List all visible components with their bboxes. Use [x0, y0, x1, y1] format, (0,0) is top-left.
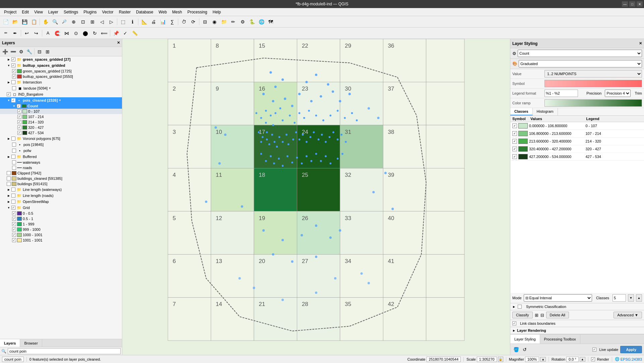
classify-row-4[interactable]: ✓ 320.400000 - 427.200000 320 - 427 [510, 145, 644, 153]
save-project-button[interactable]: 💾 [20, 17, 29, 26]
menu-project[interactable]: Project [1, 9, 19, 15]
list-item[interactable]: • pois [19845] [0, 142, 122, 148]
tab-histogram[interactable]: Histogram [533, 108, 558, 115]
classify-row-3[interactable]: ✓ 213.600000 - 320.400000 214 - 320 [510, 138, 644, 145]
add-layer-btn[interactable]: ➕ [1, 48, 9, 55]
list-item[interactable]: ▼ Count [0, 103, 122, 109]
menu-plugins[interactable]: Plugins [81, 9, 99, 15]
list-item[interactable]: ▶ 📁 OpenStreetMap [0, 199, 122, 205]
layer-checkbox[interactable] [12, 149, 16, 153]
list-item[interactable]: ▶ 📁 Voronoi polygons [675] [0, 136, 122, 142]
list-item[interactable]: waterways [0, 160, 122, 165]
browser-panel-button[interactable]: 📁 [219, 17, 228, 26]
menu-layer[interactable]: Layer [46, 9, 61, 15]
layer-checkbox[interactable] [12, 160, 16, 164]
menu-settings[interactable]: Settings [61, 9, 81, 15]
layer-checkbox[interactable] [12, 69, 16, 73]
menu-database[interactable]: Database [133, 9, 156, 15]
layer-checkbox[interactable] [11, 200, 15, 204]
list-item[interactable]: ▼ 📁 Grid [0, 205, 122, 211]
list-item[interactable]: 1 - 999 [0, 221, 122, 227]
tab-browser[interactable]: Browser [20, 339, 42, 347]
identify-button[interactable]: ℹ [128, 17, 137, 26]
list-item[interactable]: 320 - 427 [0, 125, 122, 130]
refresh-button[interactable]: ⟳ [189, 17, 198, 26]
row-checkbox-3[interactable]: ✓ [512, 139, 517, 144]
layer-checkbox[interactable] [12, 143, 16, 147]
zoom-next-button[interactable]: ▷ [107, 17, 116, 26]
list-item[interactable]: 427 - 534 [0, 130, 122, 136]
layer-checkbox[interactable] [11, 137, 15, 141]
magnifier-up-btn[interactable]: ▲ [540, 357, 546, 362]
list-item[interactable]: green_spaces_gridded [1725] [0, 68, 122, 74]
scale-lock-btn[interactable]: 🔒 [498, 357, 503, 362]
atlas-button[interactable]: 📊 [158, 17, 167, 26]
menu-processing[interactable]: Processing [185, 9, 210, 15]
list-item[interactable]: buildings [591415] [0, 181, 122, 187]
menu-view[interactable]: View [31, 9, 46, 15]
processing-button[interactable]: ⚙ [238, 17, 247, 26]
mode-dropdown[interactable]: ⊟ Equal Interval Quantile Natural Breaks [524, 294, 592, 302]
list-item[interactable]: Clipped [7942] [0, 170, 122, 176]
print-layout-button[interactable]: 🖨 [149, 17, 158, 26]
rotate-btn[interactable]: ↻ [90, 29, 99, 38]
maximize-button[interactable]: □ [629, 1, 635, 7]
layer-checkbox[interactable] [11, 194, 15, 198]
new-project-button[interactable]: 📄 [1, 17, 10, 26]
list-item[interactable]: 107 - 214 [0, 114, 122, 119]
symbol-preview[interactable] [544, 80, 642, 87]
layer-checkbox[interactable] [12, 211, 16, 215]
list-item[interactable]: ◻ IND_Bangalore [0, 91, 122, 97]
list-item[interactable]: ▶ 📁 Intersection [0, 79, 122, 85]
list-item[interactable]: ▶ 📁 green_spaces_gridded [27] [0, 56, 122, 62]
menu-raster[interactable]: Raster [116, 9, 133, 15]
zoom-last-button[interactable]: ◁ [98, 17, 106, 26]
pan-button[interactable]: ✋ [41, 17, 50, 26]
list-item[interactable]: • pofw [0, 148, 122, 154]
expand-all-btn[interactable]: ⊞ [44, 48, 51, 55]
remove-layer-btn[interactable]: ➖ [9, 48, 17, 55]
layer-checkbox[interactable] [17, 115, 21, 119]
layer-checkbox[interactable] [12, 233, 16, 237]
delete-all-button[interactable]: Delete All [546, 312, 569, 318]
edit-mode-btn[interactable]: ✏ [1, 29, 10, 38]
list-item[interactable]: ▶ 📁 Line length (waterways) [0, 187, 122, 193]
minimize-button[interactable]: — [622, 1, 628, 7]
apply-button[interactable]: Apply [620, 346, 642, 353]
row-checkbox-4[interactable]: ✓ [512, 147, 517, 151]
layer-checkbox[interactable] [11, 80, 15, 84]
layer-checkbox[interactable] [7, 182, 11, 186]
tab-classes[interactable]: Classes [510, 108, 533, 115]
precision-dropdown[interactable]: Precision 4 Precision 2 Precision 0 [605, 90, 631, 97]
plugin-btn2[interactable]: 🗺 [266, 17, 275, 26]
sym-checkbox[interactable] [518, 305, 522, 309]
zoom-selection-button[interactable]: ⊞ [88, 17, 97, 26]
list-item[interactable]: builtup_spaces_gridded [3550] [0, 74, 122, 79]
menu-mesh[interactable]: Mesh [170, 9, 185, 15]
classes-up-btn[interactable]: ▲ [636, 294, 642, 302]
add-ring-btn[interactable]: ⊙ [72, 29, 80, 38]
color-ramp-preview[interactable] [544, 99, 642, 107]
list-item[interactable]: ▶ 📁 Buffered [0, 154, 122, 160]
list-item[interactable]: 0 - 0.5 [0, 211, 122, 216]
undo-btn[interactable]: ↩ [22, 29, 31, 38]
layer-checkbox[interactable] [12, 217, 16, 221]
sym-expand-icon[interactable]: ▶ [512, 305, 516, 308]
zoom-layer-button[interactable]: ⊡ [79, 17, 87, 26]
temporal-ctrl-button[interactable]: ⏱ [180, 17, 188, 26]
list-item[interactable]: ▶ 📁 Line length (roads) [0, 193, 122, 199]
render-checkbox[interactable] [591, 357, 595, 361]
row-checkbox-1[interactable]: ✓ [512, 123, 517, 128]
advanced-button[interactable]: Advanced ▼ [614, 312, 642, 318]
menu-vector[interactable]: Vector [100, 9, 116, 15]
menu-web[interactable]: Web [156, 9, 169, 15]
crs-value[interactable]: EPSG:24383 [621, 357, 642, 361]
offset-curve-btn[interactable]: ⟸ [100, 29, 109, 38]
layer-checkbox[interactable] [12, 238, 16, 242]
list-item[interactable]: 999 - 1000 [0, 227, 122, 232]
snapping-btn[interactable]: 🧲 [53, 29, 62, 38]
layer-checkbox[interactable] [11, 188, 15, 192]
geom-checker-btn[interactable]: ✓ [121, 29, 130, 38]
plugin-btn1[interactable]: 🌐 [257, 17, 266, 26]
symbol-color-preview[interactable] [544, 80, 642, 87]
